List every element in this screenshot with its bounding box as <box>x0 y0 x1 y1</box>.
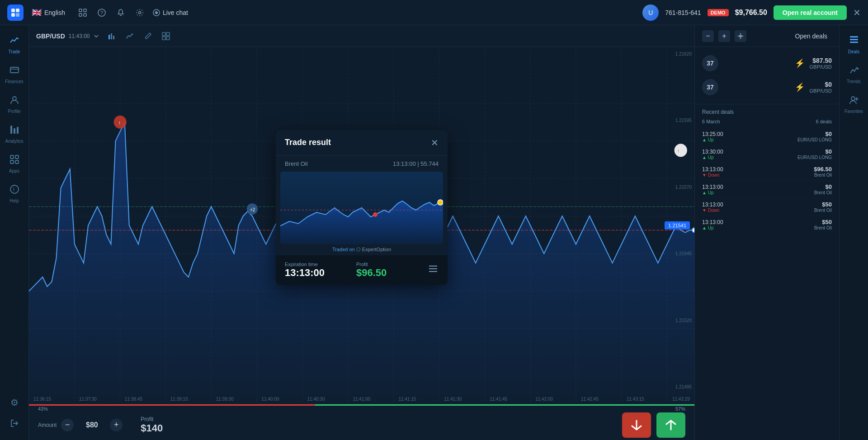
svg-text:↑: ↑ <box>118 120 121 125</box>
svg-point-73 <box>851 97 855 100</box>
svg-rect-5 <box>84 9 86 12</box>
far-right-item-deals[interactable]: Deals <box>840 30 868 60</box>
svg-rect-3 <box>16 13 19 17</box>
far-right-item-favorites[interactable]: Favorites <box>840 89 868 119</box>
sidebar-item-help-label: Help <box>9 198 19 203</box>
far-right-item-trends[interactable]: Trends <box>840 60 868 89</box>
modal-asset-name: Brent Oil <box>285 160 308 167</box>
recent-deal-row-2: 13:30:00 ▲ Up $0 EUR/USD LONG <box>702 145 832 163</box>
modal-menu-button[interactable] <box>428 263 439 277</box>
bell-icon[interactable] <box>116 8 126 18</box>
open-real-account-button[interactable]: Open real account <box>774 5 847 20</box>
bar-chart-tool-btn[interactable] <box>106 31 117 42</box>
svg-text:?: ? <box>100 10 103 15</box>
right-panel: − + Open deals 37 ⚡ $87.50 GBP/USD <box>694 25 839 440</box>
sidebar-item-settings[interactable]: ⚙ <box>0 392 29 413</box>
trends-icon <box>849 65 859 77</box>
amount-decrease-button[interactable]: − <box>61 419 74 431</box>
sentiment-left: 43% <box>38 406 48 412</box>
svg-rect-28 <box>162 33 165 36</box>
sidebar-item-finances[interactable]: Finances <box>0 60 29 89</box>
y-axis: 1.21620 1.21595 1.21570 1.21545 1.21520 … <box>662 47 694 394</box>
balance-display: $9,766.50 <box>735 9 767 17</box>
svg-rect-25 <box>108 35 110 39</box>
amount-control: Amount − $80 + <box>38 419 123 431</box>
pen-tool-btn[interactable] <box>142 31 153 42</box>
question-icon[interactable]: ? <box>97 8 107 18</box>
expiration-label: Expiration time <box>285 262 347 267</box>
sidebar-item-analytics[interactable]: Analytics <box>0 119 29 149</box>
trade-up-button[interactable] <box>656 412 685 438</box>
profile-icon <box>9 95 19 107</box>
language-selector[interactable]: 🇬🇧 English <box>32 8 65 18</box>
modal-close-button[interactable]: ✕ <box>431 137 439 148</box>
logout-icon <box>10 419 19 430</box>
pair-selector[interactable]: GBP/USD 11:43:00 <box>36 33 99 40</box>
svg-point-10 <box>138 11 141 14</box>
sidebar-item-help[interactable]: i Help <box>0 179 29 209</box>
deal-number-badge-1: 37 <box>702 55 718 71</box>
svg-marker-72 <box>857 67 859 70</box>
live-chat-button[interactable]: Live chat <box>153 9 188 16</box>
right-panel-header: − + Open deals <box>695 25 839 47</box>
panel-minus-button[interactable]: − <box>702 30 714 42</box>
gear-icon: ⚙ <box>10 397 19 408</box>
svg-rect-2 <box>11 13 15 17</box>
flag-icon: 🇬🇧 <box>32 8 42 18</box>
modal-profit: Profit $96.50 <box>356 262 419 279</box>
sidebar-item-profile[interactable]: Profile <box>0 89 29 119</box>
svg-rect-17 <box>14 128 15 134</box>
svg-rect-31 <box>166 37 170 40</box>
profit-value-display: $140 <box>141 422 163 434</box>
chart-toolbar: GBP/USD 11:43:00 <box>29 25 694 47</box>
grid-tool-btn[interactable] <box>160 31 171 42</box>
svg-rect-30 <box>162 37 165 40</box>
svg-rect-1 <box>16 9 19 12</box>
svg-rect-27 <box>113 36 114 39</box>
svg-point-15 <box>13 97 16 100</box>
settings-icon[interactable] <box>135 8 145 18</box>
recent-deal-row-3: 13:13:00 ▼ Down $96.50 Brent Oil <box>702 163 832 181</box>
sidebar-item-trade[interactable]: Trade <box>0 30 29 60</box>
deal-info-2: $0 GBP/USD <box>809 81 832 94</box>
sentiment-right: 57% <box>675 406 685 412</box>
deals-icon <box>849 35 859 47</box>
amount-prefix: $ <box>86 421 90 429</box>
favorites-label: Favorites <box>844 109 863 114</box>
sidebar-item-analytics-label: Analytics <box>5 139 23 144</box>
sidebar-item-trade-label: Trade <box>9 49 20 54</box>
amount-number: 80 <box>90 421 98 429</box>
date-divider: 6 March 6 deals <box>702 119 832 124</box>
amount-increase-button[interactable]: + <box>110 419 123 431</box>
recent-deals-section: Recent deals 6 March 6 deals 13:25:00 ▲ … <box>695 104 839 440</box>
trade-down-button[interactable] <box>622 412 651 438</box>
sidebar-item-logout[interactable] <box>0 413 29 435</box>
deal-row: 37 ⚡ $87.50 GBP/USD <box>702 51 832 75</box>
svg-point-68 <box>740 35 741 37</box>
trends-label: Trends <box>847 79 861 84</box>
profit-display: Profit $140 <box>141 416 163 434</box>
svg-rect-20 <box>15 155 19 159</box>
svg-rect-6 <box>79 14 82 16</box>
sentiment-bar <box>29 404 694 406</box>
profit-label: Profit <box>356 262 419 267</box>
modal-bottom: Expiration time 13:13:00 Profit $96.50 <box>276 255 448 285</box>
logo[interactable] <box>7 5 24 21</box>
avatar: U <box>642 5 659 21</box>
close-button[interactable]: ✕ <box>853 7 861 18</box>
deal-number-badge-2: 37 <box>702 79 718 95</box>
panel-settings-button[interactable] <box>735 30 746 42</box>
sidebar-item-apps[interactable]: Apps <box>0 149 29 179</box>
lightning-icon-2: ⚡ <box>795 82 805 92</box>
line-chart-tool-btn[interactable] <box>124 31 135 42</box>
recent-deal-row-5: 13:13:00 ▼ Down $50 Brent Oil <box>702 198 832 216</box>
grid-icon[interactable] <box>78 8 88 18</box>
svg-rect-7 <box>84 14 86 16</box>
lightning-icon: ⚡ <box>795 58 805 68</box>
svg-rect-13 <box>10 67 19 73</box>
svg-rect-26 <box>111 33 112 39</box>
svg-rect-16 <box>10 126 12 134</box>
open-deals-title: Open deals <box>795 33 827 40</box>
far-right-sidebar: Deals Trends Favorites <box>839 25 868 440</box>
panel-plus-button[interactable]: + <box>718 30 730 42</box>
